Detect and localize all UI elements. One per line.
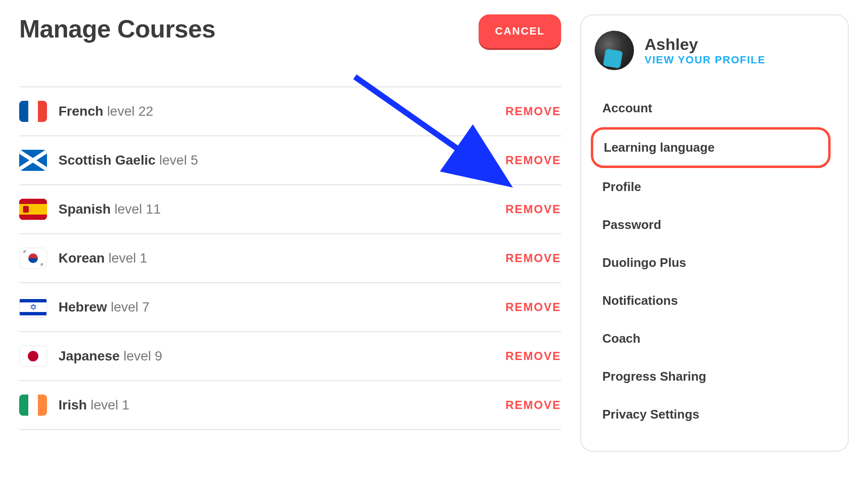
course-row: Scottish Gaelic level 5REMOVE	[19, 136, 561, 185]
course-label: Hebrew level 7	[59, 300, 494, 315]
course-label: French level 22	[59, 104, 494, 119]
remove-course-button[interactable]: REMOVE	[505, 203, 561, 216]
course-row: Irish level 1REMOVE	[19, 381, 561, 430]
flag-icon	[19, 199, 47, 220]
remove-course-button[interactable]: REMOVE	[505, 154, 561, 167]
flag-icon	[19, 395, 47, 416]
avatar[interactable]	[595, 31, 634, 70]
remove-course-button[interactable]: REMOVE	[505, 252, 561, 265]
course-name: Spanish	[59, 202, 111, 216]
course-name: Scottish Gaelic	[59, 153, 155, 168]
course-label: Irish level 1	[59, 397, 494, 413]
view-profile-link[interactable]: VIEW YOUR PROFILE	[645, 54, 765, 66]
flag-icon	[19, 101, 47, 122]
course-name: French	[59, 104, 103, 119]
course-level: level 5	[159, 153, 198, 168]
nav-item-duolingo-plus[interactable]: Duolingo Plus	[595, 244, 834, 282]
flag-icon: ✡	[19, 297, 47, 318]
course-label: Scottish Gaelic level 5	[59, 153, 494, 168]
main-content: Manage Courses CANCEL French level 22REM…	[19, 14, 561, 430]
course-name: Hebrew	[59, 300, 107, 314]
nav-item-password[interactable]: Password	[595, 206, 834, 244]
course-name: Japanese	[59, 348, 120, 363]
course-label: Japanese level 9	[59, 348, 494, 364]
settings-nav: AccountLearning languageProfilePasswordD…	[595, 89, 834, 433]
course-row: French level 22REMOVE	[19, 87, 561, 136]
course-label: Korean level 1	[59, 251, 494, 266]
profile-name: Ashley	[645, 35, 765, 54]
nav-item-notifications[interactable]: Notifications	[595, 282, 834, 320]
remove-course-button[interactable]: REMOVE	[505, 398, 561, 412]
course-label: Spanish level 11	[59, 202, 494, 217]
nav-item-learning-language[interactable]: Learning language	[591, 127, 831, 168]
flag-icon	[19, 150, 47, 171]
course-name: Irish	[59, 397, 87, 412]
nav-item-profile[interactable]: Profile	[595, 168, 834, 206]
remove-course-button[interactable]: REMOVE	[505, 349, 561, 363]
course-level: level 9	[123, 348, 162, 363]
course-level: level 1	[108, 251, 147, 265]
course-name: Korean	[59, 251, 105, 265]
course-level: level 11	[115, 202, 161, 216]
nav-item-account[interactable]: Account	[595, 89, 834, 127]
cancel-button[interactable]: CANCEL	[479, 14, 561, 48]
course-level: level 1	[91, 397, 129, 412]
nav-item-progress-sharing[interactable]: Progress Sharing	[595, 358, 834, 396]
flag-icon	[19, 248, 47, 269]
nav-item-privacy-settings[interactable]: Privacy Settings	[595, 396, 834, 433]
course-row: Spanish level 11REMOVE	[19, 185, 561, 234]
course-row: Korean level 1REMOVE	[19, 234, 561, 283]
page-title: Manage Courses	[19, 14, 215, 43]
flag-icon	[19, 346, 47, 367]
course-row: ✡Hebrew level 7REMOVE	[19, 283, 561, 332]
remove-course-button[interactable]: REMOVE	[505, 105, 561, 118]
nav-item-coach[interactable]: Coach	[595, 320, 834, 358]
settings-sidebar: Ashley VIEW YOUR PROFILE AccountLearning…	[580, 14, 849, 452]
course-list: French level 22REMOVEScottish Gaelic lev…	[19, 86, 561, 430]
profile-summary: Ashley VIEW YOUR PROFILE	[595, 31, 834, 70]
remove-course-button[interactable]: REMOVE	[505, 300, 561, 314]
course-level: level 22	[107, 104, 153, 119]
course-level: level 7	[111, 300, 150, 314]
course-row: Japanese level 9REMOVE	[19, 332, 561, 381]
